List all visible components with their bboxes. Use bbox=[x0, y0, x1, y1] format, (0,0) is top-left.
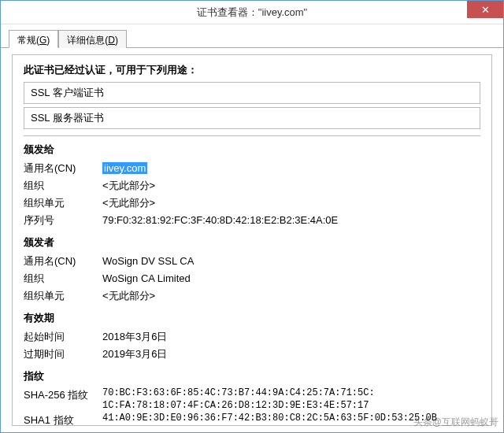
sha1-row: SHA1 指纹 41:A0:9E:3D:E0:96:36:F7:42:B3:80… bbox=[24, 412, 480, 426]
sha256-row: SHA-256 指纹 70:BC:F3:63:6F:85:4C:73:B7:44… bbox=[24, 387, 480, 412]
validity-end-row: 过期时间 2019年3月6日 bbox=[24, 346, 480, 363]
tab-bar: 常规(G) 详细信息(D) bbox=[1, 24, 503, 48]
cn-label: 通用名(CN) bbox=[24, 253, 102, 270]
divider bbox=[24, 135, 480, 136]
tab-content: 此证书已经过认证，可用于下列用途： SSL 客户端证书 SSL 服务器证书 颁发… bbox=[1, 48, 503, 432]
start-label: 起始时间 bbox=[24, 328, 102, 346]
serial-row: 序列号 79:F0:32:81:92:FC:3F:40:8D:42:18:E2:… bbox=[24, 212, 480, 229]
cn-value: WoSign DV SSL CA bbox=[102, 253, 194, 270]
tab-details[interactable]: 详细信息(D) bbox=[58, 30, 127, 48]
close-icon: ✕ bbox=[481, 4, 490, 16]
usage-item: SSL 客户端证书 bbox=[24, 82, 480, 104]
issued-to-title: 颁发给 bbox=[24, 142, 480, 157]
issued-by-ou-row: 组织单元 <无此部分> bbox=[24, 287, 480, 305]
sha256-label: SHA-256 指纹 bbox=[24, 387, 102, 412]
issued-by-title: 颁发者 bbox=[24, 235, 480, 250]
issued-to-cn-row: 通用名(CN) iivey.com bbox=[24, 160, 480, 177]
serial-value: 79:F0:32:81:92:FC:3F:40:8D:42:18:E2:B2:3… bbox=[102, 212, 338, 229]
cn-value: iivey.com bbox=[102, 160, 147, 177]
close-button[interactable]: ✕ bbox=[467, 1, 503, 18]
start-value: 2018年3月6日 bbox=[102, 328, 167, 346]
sha1-label: SHA1 指纹 bbox=[24, 412, 102, 426]
issued-by-org-row: 组织 WoSign CA Limited bbox=[24, 270, 480, 287]
certificate-panel: 此证书已经过认证，可用于下列用途： SSL 客户端证书 SSL 服务器证书 颁发… bbox=[12, 54, 492, 426]
issued-to-org-row: 组织 <无此部分> bbox=[24, 177, 480, 194]
end-value: 2019年3月6日 bbox=[102, 346, 167, 363]
usage-heading: 此证书已经过认证，可用于下列用途： bbox=[24, 63, 480, 77]
org-label: 组织 bbox=[24, 270, 102, 287]
ou-label: 组织单元 bbox=[24, 287, 102, 305]
validity-start-row: 起始时间 2018年3月6日 bbox=[24, 328, 480, 346]
org-label: 组织 bbox=[24, 177, 102, 194]
end-label: 过期时间 bbox=[24, 346, 102, 363]
serial-label: 序列号 bbox=[24, 212, 102, 229]
ou-label: 组织单元 bbox=[24, 194, 102, 212]
usage-item: SSL 服务器证书 bbox=[24, 107, 480, 129]
sha1-value: 41:A0:9E:3D:E0:96:36:F7:42:B3:80:C8:2C:5… bbox=[102, 412, 437, 426]
org-value: WoSign CA Limited bbox=[102, 270, 191, 287]
fingerprints-title: 指纹 bbox=[24, 369, 480, 383]
issued-to-ou-row: 组织单元 <无此部分> bbox=[24, 194, 480, 212]
ou-value: <无此部分> bbox=[102, 194, 155, 212]
cn-label: 通用名(CN) bbox=[24, 160, 102, 177]
watermark: 头条@互联网蚂蚁哥 bbox=[413, 416, 498, 429]
validity-title: 有效期 bbox=[24, 311, 480, 325]
sha256-value: 70:BC:F3:63:6F:85:4C:73:B7:44:9A:C4:25:7… bbox=[102, 387, 375, 412]
window-title: 证书查看器："iivey.com" bbox=[197, 6, 307, 20]
titlebar: 证书查看器："iivey.com" ✕ bbox=[1, 1, 503, 24]
issued-by-cn-row: 通用名(CN) WoSign DV SSL CA bbox=[24, 253, 480, 270]
tab-general[interactable]: 常规(G) bbox=[9, 30, 58, 48]
ou-value: <无此部分> bbox=[102, 287, 155, 305]
certificate-viewer-window: 证书查看器："iivey.com" ✕ 常规(G) 详细信息(D) 此证书已经过… bbox=[0, 0, 504, 433]
org-value: <无此部分> bbox=[102, 177, 155, 194]
